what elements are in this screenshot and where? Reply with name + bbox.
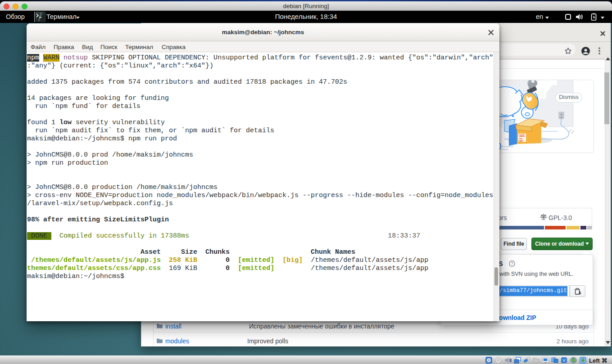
svg-text:V: V <box>562 358 565 363</box>
svg-text:?: ? <box>511 261 513 266</box>
